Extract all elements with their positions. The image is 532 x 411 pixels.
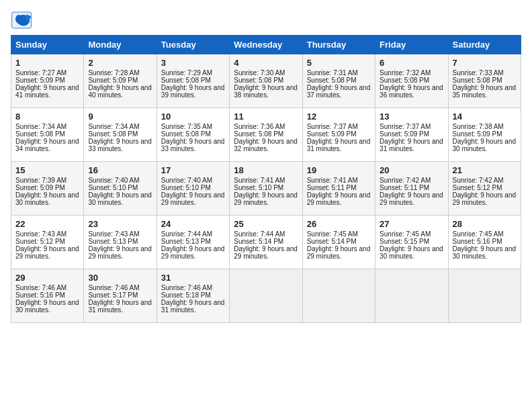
daylight-label: Daylight: 9 hours and 37 minutes. [307,84,371,99]
sunrise-label: Sunrise: 7:34 AM [88,123,139,130]
sunset-label: Sunset: 5:17 PM [88,291,138,299]
sunrise-label: Sunrise: 7:33 AM [453,69,504,77]
calendar-week-5: 29Sunrise: 7:46 AMSunset: 5:16 PMDayligh… [11,269,521,323]
day-cell-19: 19Sunrise: 7:41 AMSunset: 5:11 PMDayligh… [302,162,375,216]
sunset-label: Sunset: 5:08 PM [234,77,283,84]
sunrise-label: Sunrise: 7:44 AM [234,230,285,238]
day-cell-20: 20Sunrise: 7:42 AMSunset: 5:11 PMDayligh… [375,162,448,216]
sunrise-label: Sunrise: 7:37 AM [307,123,358,130]
day-number: 14 [453,111,517,122]
sunrise-label: Sunrise: 7:35 AM [161,123,212,130]
day-cell-28: 28Sunrise: 7:45 AMSunset: 5:16 PMDayligh… [448,216,521,269]
daylight-label: Daylight: 9 hours and 35 minutes. [453,84,517,99]
sunrise-label: Sunrise: 7:41 AM [307,177,358,184]
daylight-label: Daylight: 9 hours and 29 minutes. [307,245,371,260]
sunrise-label: Sunrise: 7:29 AM [161,69,212,77]
daylight-label: Daylight: 9 hours and 30 minutes. [15,299,79,314]
day-number: 22 [15,219,79,229]
day-number: 16 [88,165,152,175]
sunrise-label: Sunrise: 7:43 AM [88,230,139,238]
day-number: 5 [307,58,371,68]
logo [11,11,35,30]
day-number: 29 [15,273,79,283]
daylight-label: Daylight: 9 hours and 31 minutes. [161,299,225,314]
daylight-label: Daylight: 9 hours and 29 minutes. [88,245,152,260]
sunrise-label: Sunrise: 7:27 AM [15,69,66,77]
sunrise-label: Sunrise: 7:30 AM [234,69,285,77]
day-number: 30 [88,273,152,283]
sunrise-label: Sunrise: 7:45 AM [307,230,358,238]
daylight-label: Daylight: 9 hours and 34 minutes. [15,138,79,152]
day-cell-5: 5Sunrise: 7:31 AMSunset: 5:08 PMDaylight… [302,54,375,108]
sunset-label: Sunset: 5:10 PM [88,184,138,191]
sunrise-label: Sunrise: 7:40 AM [88,177,139,184]
sunrise-label: Sunrise: 7:31 AM [307,69,358,77]
calendar-week-4: 22Sunrise: 7:43 AMSunset: 5:12 PMDayligh… [11,216,521,269]
sunset-label: Sunset: 5:08 PM [453,77,502,84]
col-thursday: Thursday [302,36,375,54]
sunset-label: Sunset: 5:11 PM [380,184,429,191]
sunset-label: Sunset: 5:13 PM [88,238,138,245]
day-cell-26: 26Sunrise: 7:45 AMSunset: 5:14 PMDayligh… [302,216,375,269]
sunset-label: Sunset: 5:14 PM [234,238,283,245]
day-cell-14: 14Sunrise: 7:38 AMSunset: 5:09 PMDayligh… [448,108,521,162]
sunrise-label: Sunrise: 7:43 AM [15,230,66,238]
day-cell-4: 4Sunrise: 7:30 AMSunset: 5:08 PMDaylight… [230,54,302,108]
day-number: 8 [15,111,79,122]
day-cell-16: 16Sunrise: 7:40 AMSunset: 5:10 PMDayligh… [84,162,157,216]
sunrise-label: Sunrise: 7:42 AM [380,177,431,184]
col-monday: Monday [84,36,157,54]
col-wednesday: Wednesday [230,36,302,54]
sunrise-label: Sunrise: 7:38 AM [453,123,504,130]
daylight-label: Daylight: 9 hours and 29 minutes. [234,245,298,260]
day-cell-31: 31Sunrise: 7:46 AMSunset: 5:18 PMDayligh… [157,269,229,323]
day-cell-27: 27Sunrise: 7:45 AMSunset: 5:15 PMDayligh… [375,216,448,269]
day-number: 28 [453,219,517,229]
daylight-label: Daylight: 9 hours and 31 minutes. [88,299,152,314]
day-cell-24: 24Sunrise: 7:44 AMSunset: 5:13 PMDayligh… [157,216,229,269]
sunrise-label: Sunrise: 7:36 AM [234,123,285,130]
daylight-label: Daylight: 9 hours and 40 minutes. [88,84,152,99]
sunrise-label: Sunrise: 7:45 AM [453,230,504,238]
day-number: 19 [307,165,371,175]
sunset-label: Sunset: 5:11 PM [307,184,357,191]
day-number: 27 [380,219,443,229]
daylight-label: Daylight: 9 hours and 30 minutes. [88,191,152,206]
day-number: 26 [307,219,371,229]
sunset-label: Sunset: 5:08 PM [234,130,283,138]
sunset-label: Sunset: 5:13 PM [161,238,211,245]
sunrise-label: Sunrise: 7:44 AM [161,230,212,238]
day-number: 11 [234,111,298,122]
daylight-label: Daylight: 9 hours and 29 minutes. [307,191,371,206]
empty-cell [230,269,302,323]
empty-cell [302,269,375,323]
sunset-label: Sunset: 5:08 PM [88,130,138,138]
sunrise-label: Sunrise: 7:39 AM [15,177,66,184]
day-cell-23: 23Sunrise: 7:43 AMSunset: 5:13 PMDayligh… [84,216,157,269]
sunrise-label: Sunrise: 7:42 AM [453,177,504,184]
daylight-label: Daylight: 9 hours and 33 minutes. [161,138,225,152]
day-number: 1 [15,58,79,68]
daylight-label: Daylight: 9 hours and 32 minutes. [234,138,298,152]
day-cell-21: 21Sunrise: 7:42 AMSunset: 5:12 PMDayligh… [448,162,521,216]
sunset-label: Sunset: 5:12 PM [15,238,65,245]
day-number: 18 [234,165,298,175]
sunset-label: Sunset: 5:18 PM [161,291,211,299]
sunset-label: Sunset: 5:08 PM [161,130,211,138]
empty-cell [448,269,521,323]
sunset-label: Sunset: 5:16 PM [453,238,502,245]
daylight-label: Daylight: 9 hours and 41 minutes. [15,84,79,99]
day-number: 6 [380,58,443,68]
sunrise-label: Sunrise: 7:32 AM [380,69,431,77]
daylight-label: Daylight: 9 hours and 31 minutes. [307,138,371,152]
daylight-label: Daylight: 9 hours and 30 minutes. [453,245,517,260]
sunset-label: Sunset: 5:12 PM [453,184,502,191]
day-number: 3 [161,58,225,68]
sunrise-label: Sunrise: 7:45 AM [380,230,431,238]
daylight-label: Daylight: 9 hours and 36 minutes. [380,84,443,99]
col-sunday: Sunday [11,36,84,54]
daylight-label: Daylight: 9 hours and 29 minutes. [15,245,79,260]
sunset-label: Sunset: 5:08 PM [15,130,65,138]
day-number: 31 [161,273,225,283]
calendar-table: Sunday Monday Tuesday Wednesday Thursday… [11,35,521,323]
